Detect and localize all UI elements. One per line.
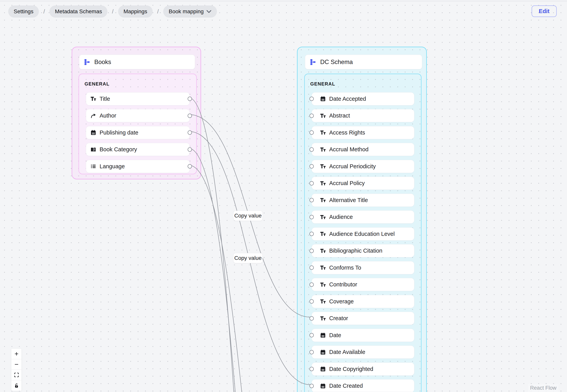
calendar-icon	[320, 96, 326, 102]
field-row-date-accepted[interactable]: Date Accepted	[312, 92, 414, 105]
section-label: GENERAL	[310, 81, 335, 87]
field-row-coverage[interactable]: Coverage	[312, 295, 414, 308]
field-row-date-available[interactable]: Date Available	[312, 346, 414, 359]
target-handle[interactable]	[310, 384, 314, 388]
text-icon	[320, 298, 326, 304]
field-row-language[interactable]: Language	[86, 160, 190, 173]
text-icon	[320, 248, 326, 254]
source-handle[interactable]	[188, 130, 192, 135]
text-icon	[320, 315, 326, 321]
react-flow-attribution[interactable]: React Flow	[528, 384, 558, 392]
breadcrumb: Settings / Metadata Schemas / Mappings /…	[8, 5, 217, 18]
breadcrumb-separator: /	[43, 8, 45, 15]
chevron-down-icon	[206, 10, 212, 13]
text-icon	[320, 163, 326, 169]
field-row-book-category[interactable]: Book Category	[86, 143, 190, 156]
node-dc-header[interactable]: DC Schema	[305, 55, 422, 69]
target-handle[interactable]	[310, 164, 314, 168]
source-handle[interactable]	[188, 147, 192, 152]
target-handle[interactable]	[310, 282, 314, 287]
target-handle[interactable]	[310, 215, 314, 219]
text-icon	[320, 265, 326, 271]
breadcrumb-item-mappings[interactable]: Mappings	[118, 5, 153, 18]
plus-icon	[14, 351, 19, 356]
schema-icon	[310, 59, 316, 65]
source-handle[interactable]	[188, 114, 192, 118]
target-handle[interactable]	[310, 97, 314, 101]
text-icon	[320, 180, 326, 186]
target-handle[interactable]	[310, 333, 314, 337]
target-handle[interactable]	[310, 198, 314, 202]
edge-label-copy-value[interactable]: Copy value	[233, 211, 263, 221]
source-handle[interactable]	[188, 164, 192, 168]
flow-canvas[interactable]: Books GENERAL Title Author Publishing da…	[0, 0, 567, 392]
node-dc-general-section: GENERAL Date Accepted Abstract Access Ri…	[304, 74, 422, 392]
target-handle[interactable]	[310, 114, 314, 118]
window-top-strip	[0, 0, 567, 2]
calendar-icon	[320, 383, 326, 389]
breadcrumb-item-settings[interactable]: Settings	[8, 5, 39, 18]
field-row-conforms-to[interactable]: Conforms To	[312, 261, 414, 274]
node-title: Books	[94, 58, 111, 66]
text-icon	[320, 282, 326, 288]
node-dc-schema[interactable]: DC Schema GENERAL Date Accepted Abstract	[297, 47, 427, 392]
field-row-audience-education-level[interactable]: Audience Education Level	[312, 227, 414, 240]
text-icon	[320, 130, 326, 136]
node-books-header[interactable]: Books	[79, 55, 195, 69]
field-row-title[interactable]: Title	[86, 92, 190, 105]
field-row-creator[interactable]: Creator	[312, 312, 414, 325]
lock-toggle-button[interactable]	[11, 380, 21, 391]
text-icon	[320, 197, 326, 203]
breadcrumb-separator: /	[112, 8, 113, 15]
target-handle[interactable]	[310, 181, 314, 185]
fit-view-button[interactable]	[11, 370, 21, 380]
flow-controls	[11, 349, 21, 391]
calendar-icon	[320, 349, 326, 355]
field-row-accrual-method[interactable]: Accrual Method	[312, 143, 414, 156]
field-row-accrual-periodicity[interactable]: Accrual Periodicity	[312, 160, 414, 173]
field-row-abstract[interactable]: Abstract	[312, 109, 414, 122]
calendar-icon	[320, 366, 326, 372]
zoom-in-button[interactable]	[11, 349, 21, 359]
edit-button[interactable]: Edit	[532, 5, 557, 17]
target-handle[interactable]	[310, 367, 314, 371]
list-icon	[90, 163, 96, 169]
text-icon	[320, 147, 326, 153]
field-row-bibliographic-citation[interactable]: Bibliographic Citation	[312, 244, 414, 257]
field-row-audience[interactable]: Audience	[312, 210, 414, 224]
target-handle[interactable]	[310, 232, 314, 236]
breadcrumb-item-book-mapping-dropdown[interactable]: Book mapping	[163, 5, 217, 18]
target-handle[interactable]	[310, 249, 314, 253]
field-row-date-copyrighted[interactable]: Date Copyrighted	[312, 363, 414, 376]
field-row-author[interactable]: Author	[86, 109, 190, 122]
text-icon	[320, 214, 326, 220]
calendar-icon	[90, 130, 96, 136]
target-handle[interactable]	[310, 316, 314, 321]
fit-view-icon	[14, 372, 19, 378]
calendar-icon	[320, 332, 326, 338]
schema-icon	[84, 59, 91, 65]
field-row-publishing-date[interactable]: Publishing date	[86, 126, 190, 139]
field-row-accrual-policy[interactable]: Accrual Policy	[312, 177, 414, 190]
field-row-date[interactable]: Date	[312, 329, 414, 342]
target-handle[interactable]	[310, 350, 314, 354]
source-handle[interactable]	[188, 97, 192, 101]
target-handle[interactable]	[310, 299, 314, 304]
target-handle[interactable]	[310, 147, 314, 152]
target-handle[interactable]	[310, 266, 314, 270]
text-icon	[320, 113, 326, 119]
lock-open-icon	[14, 383, 19, 388]
target-handle[interactable]	[310, 130, 314, 135]
section-label: GENERAL	[85, 81, 110, 87]
breadcrumb-item-metadata-schemas[interactable]: Metadata Schemas	[49, 5, 107, 18]
field-row-access-rights[interactable]: Access Rights	[312, 126, 414, 139]
edge-label-copy-value[interactable]: Copy value	[233, 253, 263, 263]
field-row-contributor[interactable]: Contributor	[312, 278, 414, 291]
edge-book-category	[189, 148, 311, 392]
node-title: DC Schema	[320, 58, 353, 66]
field-row-date-created[interactable]: Date Created	[312, 379, 414, 392]
forward-arrow-icon	[90, 113, 96, 119]
node-books[interactable]: Books GENERAL Title Author Publishing da…	[72, 47, 201, 179]
field-row-alternative-title[interactable]: Alternative Title	[312, 194, 414, 207]
zoom-out-button[interactable]	[11, 359, 21, 370]
